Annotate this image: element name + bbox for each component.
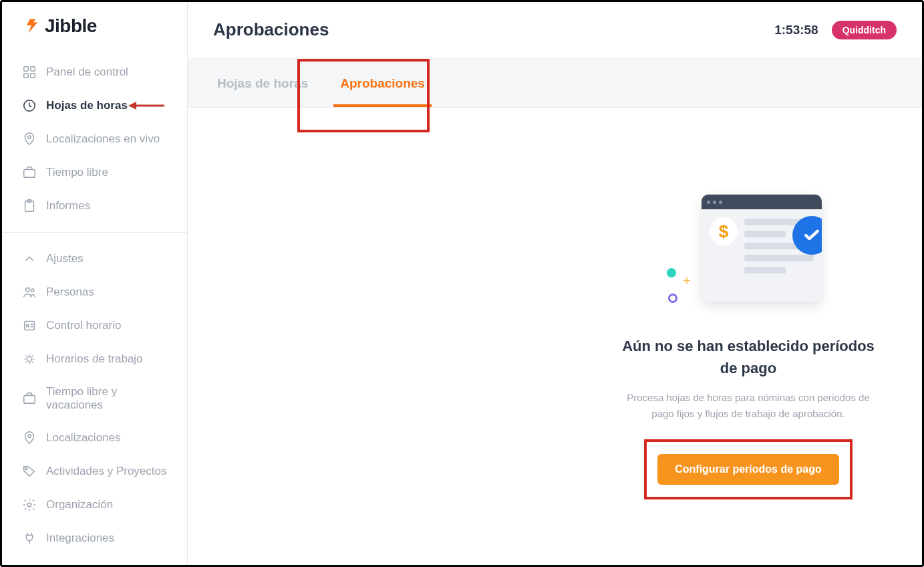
sidebar-item-label: Hojas de horas (46, 99, 128, 112)
empty-state-title: Aún no se han establecido períodos de pa… (615, 335, 882, 379)
sidebar-item-informes[interactable]: Informes (10, 189, 179, 223)
sidebar-item-label: Tiempo libre (46, 166, 108, 179)
dollar-icon: $ (710, 217, 738, 245)
logo[interactable]: Jibble (2, 15, 187, 55)
sidebar-item-organizacion[interactable]: Organización (10, 488, 179, 522)
svg-rect-2 (24, 74, 28, 78)
svg-rect-15 (24, 395, 35, 403)
sidebar-item-label: Integraciones (46, 532, 114, 545)
sidebar-item-label: Actividades y Proyectos (46, 465, 166, 478)
svg-point-17 (25, 468, 27, 470)
dashboard-icon (22, 65, 37, 80)
sidebar-item-label: Ajustes (46, 252, 84, 265)
sidebar-item-label: Panel de control (46, 66, 128, 79)
people-icon (22, 285, 37, 300)
sidebar-item-label: Organización (46, 498, 113, 512)
sidebar-item-control-horario[interactable]: Control horario (10, 309, 179, 342)
sidebar-item-tiempo-libre-vacaciones[interactable]: Tiempo libre y vacaciones (10, 376, 179, 421)
chevron-up-icon (22, 251, 37, 266)
clipboard-icon (22, 199, 37, 213)
sidebar-item-hojas-de-horas[interactable]: Hojas de horas (10, 89, 179, 122)
tag-icon (22, 464, 37, 479)
sidebar-item-label: Horarios de trabajo (46, 352, 143, 366)
clock-icon (22, 98, 37, 113)
svg-point-10 (26, 288, 30, 292)
svg-point-6 (28, 136, 31, 139)
sidebar-item-horarios-de-trabajo[interactable]: Horarios de trabajo (10, 342, 179, 376)
pin-icon (22, 431, 37, 445)
sidebar-item-actividades-proyectos[interactable]: Actividades y Proyectos (10, 455, 179, 488)
timer-value: 1:53:58 (774, 23, 818, 37)
configure-pay-periods-button[interactable]: Configurar períodos de pago (657, 454, 839, 485)
nav-divider (2, 232, 187, 233)
nav-settings: Ajustes Personas Control horario Horario… (2, 242, 187, 555)
sidebar-item-label: Informes (46, 199, 90, 213)
empty-state-description: Procesa hojas de horas para nóminas con … (615, 390, 882, 422)
plug-icon (22, 531, 37, 546)
sidebar-item-label: Personas (46, 286, 94, 299)
nav-main: Panel de control Hojas de horas Localiza… (2, 55, 187, 223)
badge-icon (22, 318, 37, 333)
sidebar-item-label: Localizaciones en vivo (46, 132, 160, 146)
content-area: $ (188, 108, 922, 565)
sidebar-item-label: Localizaciones (46, 431, 121, 445)
sidebar-item-panel-de-control[interactable]: Panel de control (10, 55, 179, 89)
empty-state: $ (615, 195, 882, 499)
svg-point-18 (27, 503, 31, 507)
empty-state-illustration: $ (661, 195, 835, 315)
page-title: Aprobaciones (213, 19, 329, 40)
sidebar-item-label: Tiempo libre y vacaciones (46, 385, 167, 412)
svg-rect-3 (31, 74, 35, 78)
briefcase-icon (22, 165, 37, 180)
svg-point-14 (27, 356, 31, 361)
svg-point-11 (31, 289, 34, 292)
tab-aprobaciones[interactable]: Aprobaciones (324, 58, 441, 107)
schedule-icon (22, 352, 37, 366)
tab-hojas-de-horas[interactable]: Hojas de horas (201, 58, 324, 107)
sidebar-item-personas[interactable]: Personas (10, 275, 179, 309)
sidebar-item-localizaciones[interactable]: Localizaciones (10, 421, 179, 455)
pin-icon (22, 132, 37, 146)
svg-point-16 (28, 435, 31, 438)
gear-icon (22, 497, 37, 512)
svg-rect-1 (31, 67, 35, 71)
header: Aprobaciones 1:53:58 Quidditch (188, 2, 922, 58)
svg-rect-0 (24, 67, 28, 71)
svg-rect-7 (24, 169, 35, 177)
sidebar-item-integraciones[interactable]: Integraciones (10, 522, 179, 555)
logo-text: Jibble (45, 15, 97, 37)
workspace-badge[interactable]: Quidditch (832, 21, 897, 39)
arrow-annotation-icon (127, 100, 166, 112)
main-content: Aprobaciones 1:53:58 Quidditch Hojas de … (188, 2, 922, 565)
sidebar-item-label: Control horario (46, 319, 121, 332)
sidebar-item-localizaciones-en-vivo[interactable]: Localizaciones en vivo (10, 122, 179, 156)
sidebar-item-tiempo-libre[interactable]: Tiempo libre (10, 156, 179, 189)
logo-icon (22, 17, 41, 35)
sidebar: Jibble Panel de control Hojas de horas L… (2, 2, 188, 565)
svg-point-13 (26, 324, 29, 327)
tabs: Hojas de horas Aprobaciones (188, 58, 922, 108)
briefcase-icon (22, 391, 37, 406)
sidebar-item-ajustes[interactable]: Ajustes (10, 242, 179, 275)
